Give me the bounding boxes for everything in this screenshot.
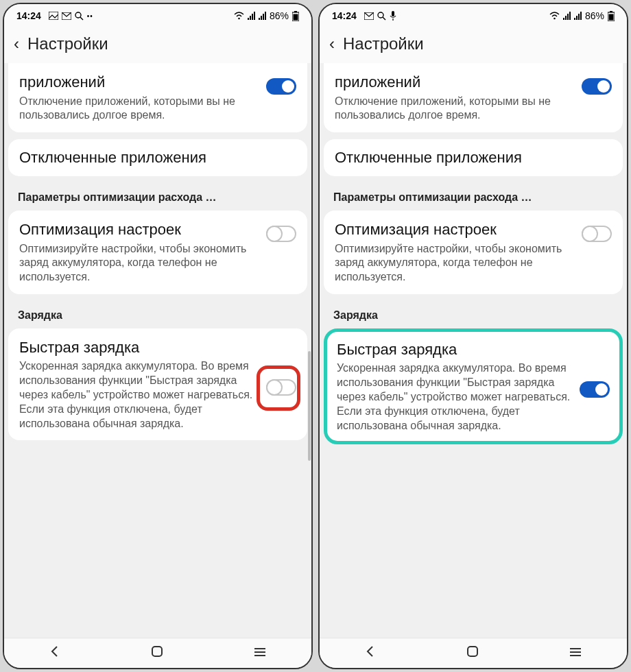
setting-desc: Ускоренная зарядка аккумулятора. Во врем… — [337, 361, 573, 433]
setting-title: Оптимизация настроек — [335, 220, 575, 239]
setting-title: приложений — [335, 73, 575, 92]
toggle-apps[interactable] — [266, 78, 296, 95]
search-icon — [75, 12, 84, 21]
svg-point-13 — [378, 12, 383, 18]
setting-title: Быстрая зарядка — [337, 340, 573, 359]
mail-icon — [62, 12, 71, 20]
battery-icon — [292, 11, 299, 21]
section-charging: Зарядка — [4, 301, 311, 328]
svg-point-2 — [75, 12, 81, 18]
setting-title: приложений — [19, 73, 259, 92]
setting-apps[interactable]: приложений Отключение приложений, которы… — [8, 63, 307, 132]
status-bar: 14:24 86% — [320, 4, 627, 27]
back-icon[interactable]: ‹ — [14, 34, 19, 53]
toggle-optimize[interactable] — [266, 226, 296, 242]
status-bar: 14:24 •• 86% — [4, 4, 311, 27]
nav-home-icon[interactable] — [466, 645, 479, 662]
setting-title: Оптимизация настроек — [19, 220, 259, 239]
setting-fast-charge[interactable]: Быстрая зарядка Ускоренная зарядка аккум… — [324, 328, 623, 444]
nav-recents-icon[interactable] — [569, 645, 582, 661]
settings-list[interactable]: приложений Отключение приложений, которы… — [4, 63, 311, 638]
setting-disabled-apps[interactable]: Отключенные приложения — [324, 139, 623, 176]
navbar — [320, 638, 627, 668]
svg-rect-21 — [468, 647, 477, 656]
wifi-icon — [549, 12, 560, 20]
svg-rect-7 — [294, 14, 298, 20]
nav-back-icon[interactable] — [364, 645, 377, 661]
setting-desc: Отключение приложений, которыми вы не по… — [335, 95, 575, 123]
svg-line-3 — [80, 17, 83, 20]
setting-desc: Отключение приложений, которыми вы не по… — [19, 95, 259, 123]
section-optimization: Параметры оптимизации расхода … — [4, 183, 311, 211]
nav-back-icon[interactable] — [49, 645, 61, 661]
svg-rect-8 — [152, 647, 162, 656]
setting-desc: Оптимизируйте настройки, чтобы экономить… — [19, 242, 259, 285]
setting-optimize[interactable]: Оптимизация настроек Оптимизируйте настр… — [8, 211, 307, 294]
settings-list[interactable]: приложений Отключение приложений, которы… — [320, 63, 627, 638]
setting-fast-charge[interactable]: Быстрая зарядка Ускоренная зарядка аккум… — [8, 328, 307, 440]
page-title: Настройки — [343, 34, 424, 53]
setting-title: Быстрая зарядка — [19, 338, 259, 357]
signal-icon — [563, 12, 571, 20]
more-dots-icon: •• — [87, 12, 93, 20]
mic-icon — [390, 11, 396, 21]
phone-right: 14:24 86% — [318, 3, 628, 669]
svg-point-4 — [238, 18, 240, 20]
battery-percent: 86% — [270, 10, 289, 21]
toggle-apps[interactable] — [582, 78, 612, 95]
scrollbar[interactable] — [308, 351, 311, 461]
setting-optimize[interactable]: Оптимизация настроек Оптимизируйте настр… — [324, 211, 623, 294]
header: ‹ Настройки — [320, 27, 627, 63]
search-icon — [377, 12, 386, 21]
image-icon — [49, 12, 58, 20]
battery-percent: 86% — [585, 10, 604, 21]
toggle-optimize[interactable] — [582, 226, 612, 242]
toggle-fast-charge[interactable] — [580, 381, 610, 398]
signal-icon — [248, 12, 255, 20]
header: ‹ Настройки — [4, 27, 311, 63]
toggle-fast-charge[interactable] — [266, 379, 296, 396]
svg-line-14 — [383, 17, 385, 20]
setting-title: Отключенные приложения — [19, 149, 296, 167]
section-optimization: Параметры оптимизации расхода … — [320, 183, 627, 211]
signal-icon-2 — [574, 12, 582, 20]
svg-rect-15 — [392, 11, 394, 16]
status-time: 14:24 — [332, 10, 357, 21]
page-title: Настройки — [27, 34, 108, 53]
svg-point-17 — [553, 18, 556, 20]
section-charging: Зарядка — [320, 301, 627, 328]
setting-disabled-apps[interactable]: Отключенные приложения — [8, 139, 307, 176]
nav-recents-icon[interactable] — [253, 645, 267, 661]
setting-desc: Ускоренная зарядка аккумулятора. Во врем… — [19, 359, 259, 431]
wifi-icon — [234, 12, 244, 20]
status-time: 14:24 — [16, 10, 41, 21]
setting-apps[interactable]: приложений Отключение приложений, которы… — [324, 63, 623, 132]
setting-title: Отключенные приложения — [335, 149, 612, 167]
setting-desc: Оптимизируйте настройки, чтобы экономить… — [335, 242, 575, 285]
navbar — [4, 638, 311, 668]
svg-rect-20 — [609, 14, 614, 20]
battery-icon — [608, 11, 615, 21]
phone-left: 14:24 •• 86% — [3, 3, 313, 669]
mail-icon — [364, 12, 374, 20]
nav-home-icon[interactable] — [150, 645, 164, 662]
back-icon[interactable]: ‹ — [329, 34, 335, 53]
signal-icon-2 — [259, 12, 266, 20]
